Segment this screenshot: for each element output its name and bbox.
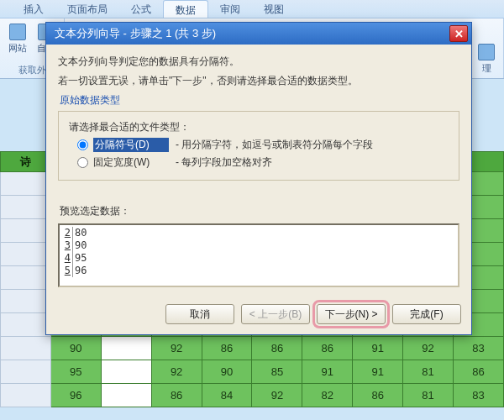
- cell[interactable]: 92: [252, 384, 302, 407]
- radio-fixed-row[interactable]: 固定宽度(W) - 每列字段加空格对齐: [77, 155, 449, 170]
- cell[interactable]: 86: [151, 384, 202, 407]
- cell[interactable]: [1, 360, 51, 384]
- cell[interactable]: [101, 360, 151, 384]
- cell[interactable]: 96: [50, 384, 101, 407]
- dialog-button-row: 取消 < 上一步(B) 下一步(N) > 完成(F): [46, 297, 471, 334]
- preview-line[interactable]: 280: [63, 227, 454, 239]
- dialog-titlebar[interactable]: 文本分列向导 - 步骤之 1 (共 3 步) ✕: [46, 23, 471, 45]
- cancel-button[interactable]: 取消: [165, 304, 234, 324]
- preview-line[interactable]: 390: [63, 239, 454, 252]
- cell[interactable]: 82: [302, 384, 353, 407]
- cell[interactable]: [1, 384, 51, 407]
- radio-delimited[interactable]: [77, 139, 88, 150]
- dialog-body: 文本分列向导判定您的数据具有分隔符。 若一切设置无误，请单击"下一步"，否则请选…: [46, 45, 471, 297]
- cell[interactable]: 86: [454, 360, 504, 384]
- cell[interactable]: 86: [353, 384, 403, 407]
- next-button[interactable]: 下一步(N) >: [317, 304, 386, 324]
- dialog-desc-2: 若一切设置无误，请单击"下一步"，否则请选择最合适的数据类型。: [58, 74, 459, 88]
- preview-line[interactable]: 495: [63, 252, 454, 265]
- cell[interactable]: [1, 313, 51, 337]
- cell[interactable]: 83: [454, 384, 504, 407]
- cell[interactable]: [101, 337, 151, 360]
- cell[interactable]: 92: [151, 360, 202, 384]
- finish-button[interactable]: 完成(F): [392, 304, 461, 324]
- cell[interactable]: 91: [353, 337, 403, 360]
- close-button[interactable]: ✕: [449, 25, 468, 42]
- cell[interactable]: 91: [302, 360, 353, 384]
- ribbon-tabs: 插入 页面布局 公式 数据 审阅 视图: [0, 0, 504, 18]
- cell[interactable]: [1, 266, 51, 290]
- radio-fixed-width[interactable]: [77, 157, 88, 168]
- radio-delimited-label: 分隔符号(D): [93, 138, 169, 152]
- radio-fixed-desc: - 每列字段加空格对齐: [176, 155, 272, 170]
- radio-delimited-desc: - 用分隔字符，如逗号或制表符分隔每个字段: [176, 138, 373, 152]
- manage-icon: [478, 44, 495, 60]
- original-data-type-fieldset: 请选择最合适的文件类型： 分隔符号(D) - 用分隔字符，如逗号或制表符分隔每个…: [58, 111, 459, 181]
- cell[interactable]: 83: [454, 337, 504, 360]
- tab-data[interactable]: 数据: [163, 0, 208, 18]
- cell[interactable]: 91: [353, 360, 403, 384]
- cell[interactable]: [101, 384, 151, 407]
- cell[interactable]: [1, 219, 51, 243]
- dialog-title: 文本分列向导 - 步骤之 1 (共 3 步): [55, 26, 449, 41]
- cell[interactable]: [1, 337, 51, 360]
- dialog-desc-1: 文本分列向导判定您的数据具有分隔符。: [58, 55, 459, 69]
- ribbon-btn-web-label: 网站: [8, 42, 27, 55]
- cell[interactable]: 84: [202, 384, 252, 407]
- tab-view[interactable]: 视图: [252, 0, 296, 18]
- tab-formula[interactable]: 公式: [119, 0, 163, 18]
- tab-review[interactable]: 审阅: [208, 0, 252, 18]
- cell[interactable]: 95: [50, 360, 101, 384]
- cell[interactable]: [1, 196, 51, 219]
- close-icon: ✕: [454, 28, 464, 40]
- cell[interactable]: 90: [50, 337, 101, 360]
- tab-layout[interactable]: 页面布局: [55, 0, 119, 18]
- globe-icon: [9, 24, 26, 40]
- cell[interactable]: 85: [252, 360, 302, 384]
- preview-label: 预览选定数据：: [60, 204, 459, 218]
- cell[interactable]: 92: [403, 337, 454, 360]
- choose-type-label: 请选择最合适的文件类型：: [69, 120, 449, 134]
- cell[interactable]: 92: [151, 337, 202, 360]
- text-to-columns-wizard-dialog: 文本分列向导 - 步骤之 1 (共 3 步) ✕ 文本分列向导判定您的数据具有分…: [45, 22, 472, 335]
- cell[interactable]: [1, 172, 51, 196]
- cell[interactable]: 81: [403, 360, 454, 384]
- radio-delimited-row[interactable]: 分隔符号(D) - 用分隔字符，如逗号或制表符分隔每个字段: [77, 138, 449, 152]
- cell[interactable]: 86: [202, 337, 252, 360]
- cell[interactable]: 86: [302, 337, 353, 360]
- ribbon-btn-web[interactable]: 网站: [5, 22, 30, 56]
- col-header[interactable]: 诗: [1, 152, 51, 172]
- cell[interactable]: 81: [403, 384, 454, 407]
- preview-listbox[interactable]: 280390495596: [58, 223, 459, 287]
- back-button: < 上一步(B): [241, 304, 310, 324]
- cell[interactable]: [1, 290, 51, 313]
- radio-fixed-label: 固定宽度(W): [93, 155, 169, 170]
- cell[interactable]: 86: [252, 337, 302, 360]
- cell[interactable]: 90: [202, 360, 252, 384]
- fieldset-legend: 原始数据类型: [60, 93, 459, 108]
- cell[interactable]: [1, 243, 51, 266]
- ribbon-btn-mgr-label: 理: [482, 62, 491, 75]
- ribbon-btn-mgr[interactable]: 理: [475, 42, 498, 76]
- preview-line[interactable]: 596: [63, 265, 454, 277]
- tab-insert[interactable]: 插入: [12, 0, 55, 18]
